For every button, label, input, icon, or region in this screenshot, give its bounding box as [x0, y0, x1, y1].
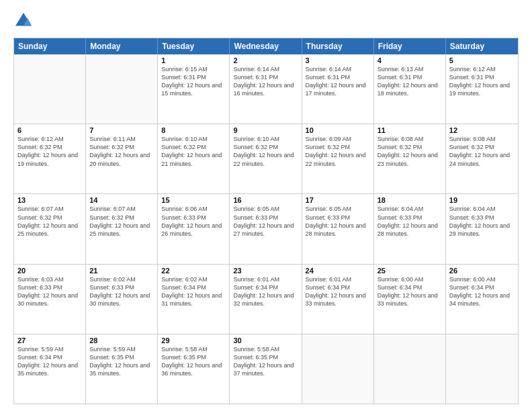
day-info: Sunrise: 6:04 AM Sunset: 6:33 PM Dayligh…: [378, 205, 442, 238]
calendar-cell-1: 1Sunrise: 6:15 AM Sunset: 6:31 PM Daylig…: [158, 54, 230, 124]
day-info: Sunrise: 6:08 AM Sunset: 6:32 PM Dayligh…: [449, 135, 515, 168]
day-number: 23: [233, 267, 298, 275]
header-day-thursday: Thursday: [302, 38, 374, 54]
day-number: 17: [306, 196, 370, 204]
calendar-cell-8: 8Sunrise: 6:10 AM Sunset: 6:32 PM Daylig…: [158, 124, 230, 193]
header-day-sunday: Sunday: [14, 38, 86, 54]
calendar-cell-21: 21Sunrise: 6:02 AM Sunset: 6:33 PM Dayli…: [86, 265, 158, 334]
day-info: Sunrise: 6:14 AM Sunset: 6:31 PM Dayligh…: [233, 65, 298, 98]
day-number: 8: [161, 126, 226, 134]
day-info: Sunrise: 6:05 AM Sunset: 6:33 PM Dayligh…: [306, 205, 370, 238]
calendar-cell-14: 14Sunrise: 6:07 AM Sunset: 6:32 PM Dayli…: [86, 194, 158, 263]
calendar-cell-23: 23Sunrise: 6:01 AM Sunset: 6:34 PM Dayli…: [230, 265, 302, 334]
day-info: Sunrise: 6:12 AM Sunset: 6:31 PM Dayligh…: [449, 65, 515, 98]
day-number: 6: [17, 126, 82, 134]
calendar-header: SundayMondayTuesdayWednesdayThursdayFrid…: [14, 38, 518, 54]
calendar-cell-5: 5Sunrise: 6:12 AM Sunset: 6:31 PM Daylig…: [446, 54, 518, 124]
day-number: 24: [306, 267, 370, 275]
day-info: Sunrise: 5:59 AM Sunset: 6:34 PM Dayligh…: [17, 345, 82, 378]
calendar-cell-22: 22Sunrise: 6:02 AM Sunset: 6:34 PM Dayli…: [158, 265, 230, 334]
day-info: Sunrise: 6:01 AM Sunset: 6:34 PM Dayligh…: [306, 275, 370, 308]
logo-icon: [13, 11, 34, 31]
day-number: 1: [161, 56, 226, 64]
day-info: Sunrise: 6:10 AM Sunset: 6:32 PM Dayligh…: [233, 135, 298, 168]
day-number: 10: [306, 126, 370, 134]
day-number: 19: [449, 196, 515, 204]
day-info: Sunrise: 6:08 AM Sunset: 6:32 PM Dayligh…: [378, 135, 442, 168]
calendar-row-1: 6Sunrise: 6:12 AM Sunset: 6:32 PM Daylig…: [14, 124, 518, 193]
calendar-row-2: 13Sunrise: 6:07 AM Sunset: 6:32 PM Dayli…: [14, 193, 518, 263]
day-number: 20: [17, 267, 82, 275]
day-number: 11: [378, 126, 442, 134]
day-number: 22: [161, 267, 226, 275]
day-info: Sunrise: 6:00 AM Sunset: 6:34 PM Dayligh…: [378, 275, 442, 308]
calendar-cell-4: 4Sunrise: 6:13 AM Sunset: 6:31 PM Daylig…: [374, 54, 446, 124]
day-number: 12: [449, 126, 515, 134]
calendar-cell-6: 6Sunrise: 6:12 AM Sunset: 6:32 PM Daylig…: [14, 124, 86, 193]
day-info: Sunrise: 6:09 AM Sunset: 6:32 PM Dayligh…: [306, 135, 370, 168]
calendar-cell-15: 15Sunrise: 6:06 AM Sunset: 6:33 PM Dayli…: [158, 194, 230, 263]
calendar-cell-empty-4-5: [374, 334, 446, 404]
calendar-cell-28: 28Sunrise: 5:59 AM Sunset: 6:35 PM Dayli…: [86, 334, 158, 404]
day-info: Sunrise: 6:13 AM Sunset: 6:31 PM Dayligh…: [378, 65, 442, 98]
day-info: Sunrise: 6:12 AM Sunset: 6:32 PM Dayligh…: [17, 135, 82, 168]
calendar-body: 1Sunrise: 6:15 AM Sunset: 6:31 PM Daylig…: [14, 54, 518, 404]
calendar-cell-empty-0-0: [14, 54, 86, 124]
day-info: Sunrise: 5:59 AM Sunset: 6:35 PM Dayligh…: [89, 345, 154, 378]
day-info: Sunrise: 6:06 AM Sunset: 6:33 PM Dayligh…: [161, 205, 226, 238]
calendar-row-3: 20Sunrise: 6:03 AM Sunset: 6:33 PM Dayli…: [14, 264, 518, 334]
day-number: 2: [233, 56, 298, 64]
day-number: 3: [306, 56, 370, 64]
day-number: 7: [89, 126, 154, 134]
day-number: 27: [17, 336, 82, 345]
header-day-tuesday: Tuesday: [158, 38, 230, 54]
day-number: 14: [89, 196, 154, 204]
calendar-cell-2: 2Sunrise: 6:14 AM Sunset: 6:31 PM Daylig…: [230, 54, 302, 124]
day-number: 4: [378, 56, 442, 64]
calendar-cell-17: 17Sunrise: 6:05 AM Sunset: 6:33 PM Dayli…: [302, 194, 374, 263]
day-info: Sunrise: 6:02 AM Sunset: 6:33 PM Dayligh…: [89, 275, 154, 308]
day-number: 30: [233, 336, 298, 345]
day-number: 26: [449, 267, 515, 275]
day-number: 16: [233, 196, 298, 204]
calendar-cell-29: 29Sunrise: 5:58 AM Sunset: 6:35 PM Dayli…: [158, 334, 230, 404]
day-number: 21: [89, 267, 154, 275]
calendar-cell-empty-0-1: [86, 54, 158, 124]
calendar-cell-empty-4-4: [302, 334, 374, 404]
day-number: 9: [233, 126, 298, 134]
day-info: Sunrise: 6:00 AM Sunset: 6:34 PM Dayligh…: [449, 275, 515, 308]
calendar-cell-13: 13Sunrise: 6:07 AM Sunset: 6:32 PM Dayli…: [14, 194, 86, 263]
header-day-wednesday: Wednesday: [230, 38, 302, 54]
day-info: Sunrise: 6:07 AM Sunset: 6:32 PM Dayligh…: [17, 205, 82, 238]
calendar-cell-25: 25Sunrise: 6:00 AM Sunset: 6:34 PM Dayli…: [374, 265, 446, 334]
calendar-cell-30: 30Sunrise: 5:58 AM Sunset: 6:35 PM Dayli…: [230, 334, 302, 404]
day-info: Sunrise: 6:14 AM Sunset: 6:31 PM Dayligh…: [306, 65, 370, 98]
day-info: Sunrise: 6:03 AM Sunset: 6:33 PM Dayligh…: [17, 275, 82, 308]
calendar-cell-27: 27Sunrise: 5:59 AM Sunset: 6:34 PM Dayli…: [14, 334, 86, 404]
calendar-cell-7: 7Sunrise: 6:11 AM Sunset: 6:32 PM Daylig…: [86, 124, 158, 193]
logo: [13, 11, 36, 31]
page: SundayMondayTuesdayWednesdayThursdayFrid…: [0, 0, 532, 411]
calendar-cell-9: 9Sunrise: 6:10 AM Sunset: 6:32 PM Daylig…: [230, 124, 302, 193]
day-number: 15: [161, 196, 226, 204]
header-day-saturday: Saturday: [446, 38, 518, 54]
day-info: Sunrise: 6:10 AM Sunset: 6:32 PM Dayligh…: [161, 135, 226, 168]
header-day-friday: Friday: [374, 38, 446, 54]
calendar-cell-18: 18Sunrise: 6:04 AM Sunset: 6:33 PM Dayli…: [374, 194, 446, 263]
calendar: SundayMondayTuesdayWednesdayThursdayFrid…: [13, 38, 519, 404]
day-number: 25: [378, 267, 442, 275]
day-info: Sunrise: 6:01 AM Sunset: 6:34 PM Dayligh…: [233, 275, 298, 308]
calendar-cell-empty-4-6: [446, 334, 518, 404]
calendar-cell-12: 12Sunrise: 6:08 AM Sunset: 6:32 PM Dayli…: [446, 124, 518, 193]
calendar-cell-19: 19Sunrise: 6:04 AM Sunset: 6:33 PM Dayli…: [446, 194, 518, 263]
calendar-cell-10: 10Sunrise: 6:09 AM Sunset: 6:32 PM Dayli…: [302, 124, 374, 193]
calendar-cell-16: 16Sunrise: 6:05 AM Sunset: 6:33 PM Dayli…: [230, 194, 302, 263]
day-info: Sunrise: 6:05 AM Sunset: 6:33 PM Dayligh…: [233, 205, 298, 238]
header-day-monday: Monday: [86, 38, 158, 54]
day-info: Sunrise: 6:15 AM Sunset: 6:31 PM Dayligh…: [161, 65, 226, 98]
day-number: 5: [449, 56, 515, 64]
calendar-cell-24: 24Sunrise: 6:01 AM Sunset: 6:34 PM Dayli…: [302, 265, 374, 334]
day-info: Sunrise: 6:04 AM Sunset: 6:33 PM Dayligh…: [449, 205, 515, 238]
day-number: 18: [378, 196, 442, 204]
calendar-cell-3: 3Sunrise: 6:14 AM Sunset: 6:31 PM Daylig…: [302, 54, 374, 124]
